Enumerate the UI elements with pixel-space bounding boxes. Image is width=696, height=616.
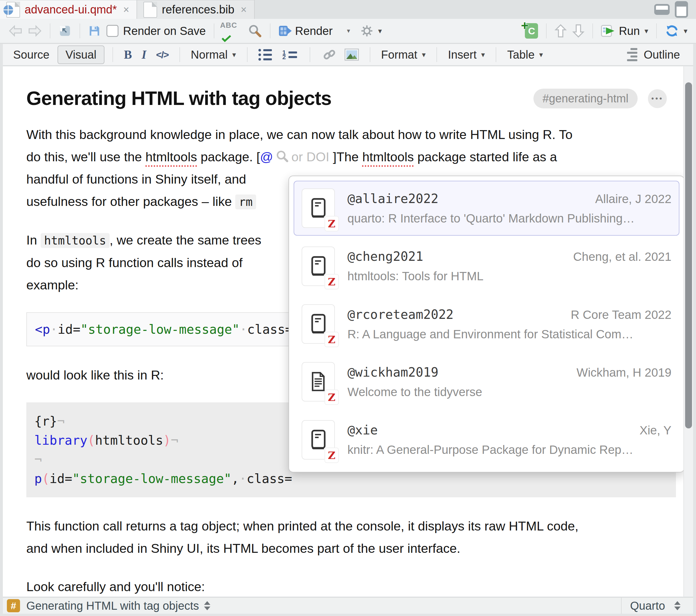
visual-editor-canvas[interactable]: Generating HTML with tag objects #genera…	[3, 66, 693, 597]
bullet-list-icon[interactable]	[256, 47, 275, 62]
popout-window-icon[interactable]	[56, 23, 75, 38]
inline-code: htmltools	[41, 233, 110, 248]
citation-title: R: A Language and Environment for Statis…	[347, 327, 671, 341]
close-icon[interactable]: ×	[123, 4, 129, 15]
render-settings-button[interactable]: ▾	[358, 22, 385, 39]
bold-button[interactable]: B	[121, 46, 135, 63]
citation-item[interactable]: Z @xie Xie, Y knitr: A General-Purpose P…	[294, 412, 679, 467]
forward-icon[interactable]	[25, 23, 45, 38]
citation-title: quarto: R Interface to 'Quarto' Markdown…	[347, 212, 671, 225]
run-dropdown-icon[interactable]: ▾	[645, 27, 648, 35]
code-button[interactable]: </>	[153, 47, 171, 62]
tab-label: advanced-ui.qmd*	[25, 3, 117, 16]
save-icon[interactable]	[85, 23, 104, 39]
citation-author: R Core Team 2022	[571, 308, 671, 322]
image-icon[interactable]	[342, 47, 362, 63]
citation-item[interactable]: Z @wickham2019 Wickham, H 2019 Welcome t…	[294, 354, 679, 409]
mode-updown-icon	[674, 601, 681, 610]
numbered-list-icon[interactable]: 1 2	[279, 49, 300, 60]
section-navigator[interactable]: Generating HTML with tag objects	[26, 599, 199, 612]
tab-references-bib[interactable]: references.bib ×	[137, 0, 255, 19]
visual-mode-button[interactable]: Visual	[58, 46, 105, 64]
section-updown-icon[interactable]	[204, 601, 210, 610]
citation-author: Cheng, et al. 2021	[573, 250, 671, 264]
run-button[interactable]: Run ▾	[598, 23, 651, 39]
chevron-down-icon: ▾	[422, 50, 426, 59]
citation-title: Welcome to the tidyverse	[347, 385, 671, 399]
render-on-save-label: Render on Save	[123, 25, 206, 37]
citation-placeholder: or DOI	[291, 149, 329, 164]
citation-item[interactable]: Z @allaire2022 Allaire, J 2022 quarto: R…	[294, 181, 679, 236]
insert-menu[interactable]: Insert ▾	[445, 47, 488, 63]
scrollbar-thumb[interactable]	[685, 82, 692, 428]
jump-next-icon[interactable]	[570, 22, 587, 40]
inline-code: rm	[235, 194, 256, 209]
editor-tab-bar: advanced-ui.qmd* × references.bib ×	[0, 0, 696, 19]
search-icon	[276, 150, 288, 162]
tab-label: references.bib	[162, 3, 234, 16]
main-toolbar: Render on Save ABC Render ▾	[0, 19, 696, 44]
table-menu[interactable]: Table ▾	[504, 47, 546, 63]
book-icon: Z	[302, 246, 335, 286]
section-heading: Generating HTML with tag objects	[26, 87, 534, 109]
refresh-icon	[665, 24, 679, 38]
render-icon	[279, 25, 292, 37]
citation-key: @allaire2022	[347, 191, 439, 206]
search-icon[interactable]	[245, 22, 265, 39]
misspelled-word: htmltools	[362, 149, 414, 164]
book-icon: Z	[302, 189, 335, 228]
format-menu[interactable]: Format ▾	[378, 47, 429, 63]
zotero-badge: Z	[325, 389, 339, 405]
citation-item[interactable]: Z @rcoreteam2022 R Core Team 2022 R: A L…	[294, 296, 679, 352]
citation-key: @xie	[347, 423, 378, 437]
vertical-scrollbar[interactable]	[683, 66, 693, 597]
chevron-down-icon: ▾	[481, 50, 485, 59]
back-icon[interactable]	[6, 23, 25, 38]
file-icon	[143, 2, 157, 18]
render-on-save-toggle[interactable]: Render on Save	[104, 23, 209, 39]
outline-icon	[627, 48, 637, 61]
article-icon: Z	[302, 362, 335, 402]
zotero-badge: Z	[325, 448, 339, 463]
citation-key: @cheng2021	[347, 249, 423, 264]
link-icon[interactable]	[320, 46, 339, 63]
book-icon: Z	[302, 304, 335, 344]
jump-previous-icon[interactable]	[552, 22, 570, 40]
section-hash-icon: #	[7, 599, 20, 612]
source-dropdown-icon[interactable]: ▾	[684, 27, 687, 35]
render-button[interactable]: Render	[275, 23, 335, 39]
paragraph: Look carefully and you'll notice:	[26, 576, 676, 597]
tab-advanced-ui-qmd[interactable]: advanced-ui.qmd* ×	[0, 0, 137, 19]
paragraph-style-select[interactable]: Normal ▾	[188, 47, 239, 63]
section-menu-button[interactable]: •••	[648, 89, 667, 108]
italic-button[interactable]: I	[139, 46, 149, 63]
citation-title: htmltools: Tools for HTML	[347, 270, 671, 283]
chevron-down-icon: ▾	[232, 50, 236, 59]
citation-at-marker: @	[260, 149, 273, 164]
pane-window-buttons	[654, 0, 696, 19]
citation-item[interactable]: Z @cheng2021 Cheng, et al. 2021 htmltool…	[294, 239, 679, 293]
zotero-badge: Z	[325, 216, 339, 231]
gear-dropdown-icon[interactable]: ▾	[378, 27, 382, 35]
visual-editor-toolbar: Source Visual B I </> Normal ▾ 1 2	[3, 44, 693, 66]
citation-key: @rcoreteam2022	[347, 307, 454, 322]
rstudio-source-pane: advanced-ui.qmd* × references.bib ×	[0, 0, 696, 616]
render-dropdown-icon[interactable]: ▾	[347, 27, 350, 35]
maximize-pane-icon[interactable]	[675, 1, 688, 18]
zotero-badge: Z	[325, 332, 339, 347]
close-icon[interactable]: ×	[241, 4, 247, 15]
outline-toggle[interactable]: Outline	[624, 46, 683, 63]
insert-chunk-button[interactable]: +C	[522, 21, 541, 40]
misspelled-word: htmltools	[145, 149, 197, 164]
source-rerun-button[interactable]: ▾	[662, 22, 690, 40]
chevron-down-icon: ▾	[539, 50, 543, 59]
render-on-save-checkbox[interactable]	[107, 25, 118, 37]
citation-autocomplete-popup: Z @allaire2022 Allaire, J 2022 quarto: R…	[288, 176, 684, 472]
zotero-badge: Z	[325, 274, 339, 289]
source-mode-button[interactable]: Source	[10, 47, 52, 63]
spellcheck-icon[interactable]: ABC	[220, 21, 245, 41]
editor-status-bar: # Generating HTML with tag objects Quart…	[3, 597, 693, 614]
minimize-pane-icon[interactable]	[654, 4, 670, 15]
document-mode-selector[interactable]: Quarto	[621, 598, 689, 614]
citation-title: knitr: A General-Purpose Package for Dyn…	[347, 443, 671, 457]
